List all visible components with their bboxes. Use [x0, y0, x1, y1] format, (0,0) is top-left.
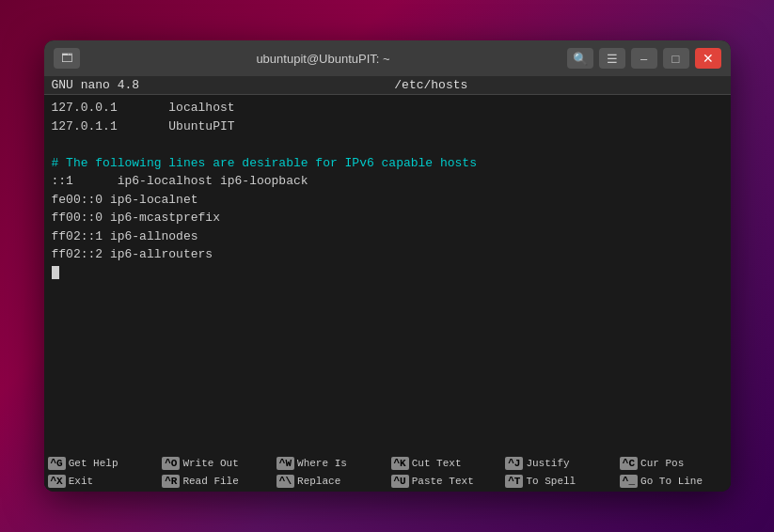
footer-item-readfile[interactable]: ^R Read File — [158, 473, 273, 490]
maximize-icon: □ — [672, 52, 680, 66]
nano-footer: ^G Get Help ^O Write Out ^W Where Is ^K … — [44, 453, 731, 492]
footer-key-writeout: ^O — [162, 457, 180, 470]
terminal-area: GNU nano 4.8 /etc/hosts 127.0.0.1 localh… — [44, 76, 731, 492]
footer-key-curpos: ^C — [620, 457, 638, 470]
footer-label-tospell: To Spell — [526, 475, 576, 488]
search-icon: 🔍 — [573, 52, 588, 66]
cursor — [52, 266, 59, 279]
footer-label-cuttext: Cut Text — [412, 457, 462, 470]
nano-version: GNU nano 4.8 — [52, 78, 140, 92]
footer-item-justify[interactable]: ^J Justify — [501, 455, 616, 472]
footer-row-2: ^X Exit ^R Read File ^\ Replace ^U Paste… — [44, 473, 731, 490]
footer-key-gethelp: ^G — [48, 457, 66, 470]
footer-label-pastetext: Paste Text — [412, 475, 474, 488]
footer-label-readfile: Read File — [182, 475, 238, 488]
footer-item-writeout[interactable]: ^O Write Out — [158, 455, 273, 472]
nano-header: GNU nano 4.8 /etc/hosts — [44, 76, 731, 95]
footer-key-whereis: ^W — [276, 457, 294, 470]
window-title: ubuntupit@UbuntuPIT: ~ — [80, 52, 567, 66]
footer-item-cuttext[interactable]: ^K Cut Text — [387, 455, 502, 472]
footer-item-pastetext[interactable]: ^U Paste Text — [387, 473, 502, 490]
minimize-button[interactable]: – — [631, 48, 657, 69]
footer-key-replace: ^\ — [276, 475, 294, 488]
term-line: ff02::2 ip6-allrouters — [52, 245, 723, 264]
term-comment-line: # The following lines are desirable for … — [52, 154, 723, 173]
term-line: 127.0.0.1 localhost — [52, 99, 723, 117]
menu-icon: ☰ — [607, 52, 618, 66]
term-cursor-line — [52, 264, 723, 283]
footer-key-exit: ^X — [48, 475, 66, 488]
footer-item-exit[interactable]: ^X Exit — [44, 473, 159, 490]
footer-label-curpos: Cur Pos — [640, 457, 684, 470]
search-button[interactable]: 🔍 — [567, 48, 593, 69]
footer-row-1: ^G Get Help ^O Write Out ^W Where Is ^K … — [44, 455, 731, 472]
titlebar-right-controls: 🔍 ☰ – □ ✕ — [567, 48, 721, 69]
term-line: ff00::0 ip6-mcastprefix — [52, 209, 723, 227]
term-line: fe00::0 ip6-localnet — [52, 191, 723, 210]
footer-label-justify: Justify — [526, 457, 569, 470]
footer-label-whereis: Where Is — [297, 457, 347, 470]
footer-key-readfile: ^R — [162, 475, 180, 488]
term-line: 127.0.1.1 UbuntuPIT — [52, 117, 723, 136]
footer-key-justify: ^J — [505, 457, 523, 470]
maximize-button[interactable]: □ — [663, 48, 689, 69]
term-line: ff02::1 ip6-allnodes — [52, 227, 723, 246]
footer-key-cuttext: ^K — [391, 457, 409, 470]
term-line — [52, 135, 723, 154]
close-button[interactable]: ✕ — [695, 48, 721, 69]
footer-label-replace: Replace — [297, 475, 340, 488]
pin-button[interactable]: 🗔 — [54, 48, 80, 69]
footer-key-gotoline: ^_ — [620, 475, 638, 488]
minimize-icon: – — [640, 52, 647, 66]
titlebar-controls: 🗔 — [54, 48, 80, 69]
footer-label-gethelp: Get Help — [69, 457, 118, 470]
footer-item-gethelp[interactable]: ^G Get Help — [44, 455, 159, 472]
footer-item-curpos[interactable]: ^C Cur Pos — [616, 455, 731, 472]
footer-item-whereis[interactable]: ^W Where Is — [273, 455, 387, 472]
nano-filename: /etc/hosts — [394, 78, 467, 92]
footer-label-exit: Exit — [69, 475, 93, 488]
footer-item-tospell[interactable]: ^T To Spell — [501, 473, 616, 490]
footer-item-replace[interactable]: ^\ Replace — [273, 473, 387, 490]
terminal-window: 🗔 ubuntupit@UbuntuPIT: ~ 🔍 ☰ – □ ✕ G — [44, 40, 731, 492]
footer-key-pastetext: ^U — [391, 475, 409, 488]
term-line: ::1 ip6-localhost ip6-loopback — [52, 172, 723, 191]
titlebar: 🗔 ubuntupit@UbuntuPIT: ~ 🔍 ☰ – □ ✕ — [44, 40, 731, 76]
footer-label-gotoline: Go To Line — [640, 475, 703, 488]
menu-button[interactable]: ☰ — [599, 48, 625, 69]
footer-key-tospell: ^T — [505, 475, 523, 488]
footer-label-writeout: Write Out — [182, 457, 238, 470]
terminal-body[interactable]: 127.0.0.1 localhost 127.0.1.1 UbuntuPIT … — [44, 95, 731, 453]
footer-item-gotoline[interactable]: ^_ Go To Line — [616, 473, 731, 490]
close-icon: ✕ — [703, 51, 714, 66]
pin-icon: 🗔 — [61, 52, 72, 65]
